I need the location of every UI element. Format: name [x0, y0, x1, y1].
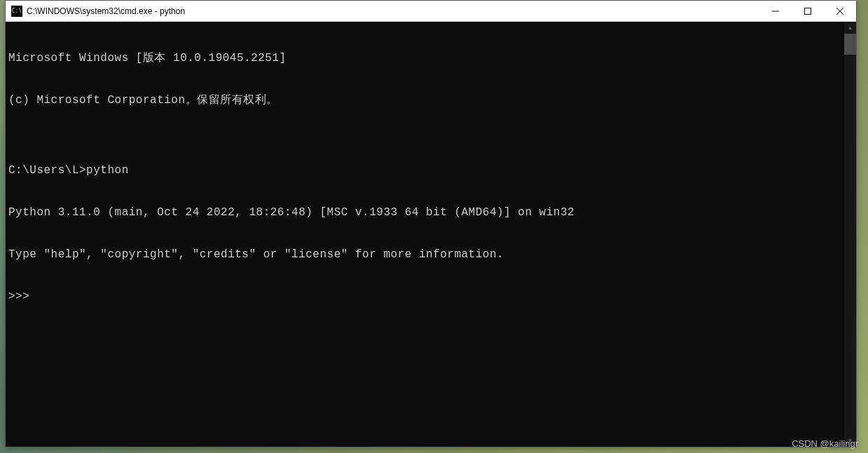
- cmd-icon: C:\: [11, 6, 22, 17]
- vertical-scrollbar[interactable]: ▲ ▼: [844, 22, 856, 447]
- titlebar[interactable]: C:\ C:\WINDOWS\system32\cmd.exe - python: [6, 1, 856, 22]
- scroll-down-arrow-icon[interactable]: ▼: [844, 435, 856, 447]
- close-button[interactable]: [824, 1, 856, 21]
- minimize-button[interactable]: [759, 1, 792, 21]
- window-controls: [759, 1, 856, 21]
- maximize-button[interactable]: [792, 1, 824, 21]
- close-icon: [836, 8, 843, 15]
- scrollbar-thumb[interactable]: [844, 34, 856, 55]
- scrollbar-track[interactable]: [844, 34, 856, 435]
- terminal-line: Python 3.11.0 (main, Oct 24 2022, 18:26:…: [8, 205, 841, 219]
- terminal-content[interactable]: Microsoft Windows [版本 10.0.19045.2251] (…: [6, 22, 844, 447]
- terminal-line: Type "help", "copyright", "credits" or "…: [8, 248, 841, 262]
- svg-rect-1: [805, 8, 811, 14]
- minimize-icon: [772, 8, 779, 15]
- cmd-window: C:\ C:\WINDOWS\system32\cmd.exe - python…: [5, 0, 857, 447]
- maximize-icon: [804, 8, 811, 15]
- terminal-line: C:\Users\L>python: [8, 163, 841, 177]
- scroll-up-arrow-icon[interactable]: ▲: [844, 22, 856, 34]
- terminal-line: Microsoft Windows [版本 10.0.19045.2251]: [8, 51, 841, 65]
- terminal-prompt: >>>: [8, 290, 841, 304]
- terminal-line: (c) Microsoft Corporation。保留所有权利。: [8, 93, 841, 107]
- window-title: C:\WINDOWS\system32\cmd.exe - python: [27, 1, 759, 22]
- terminal-area: Microsoft Windows [版本 10.0.19045.2251] (…: [6, 22, 856, 447]
